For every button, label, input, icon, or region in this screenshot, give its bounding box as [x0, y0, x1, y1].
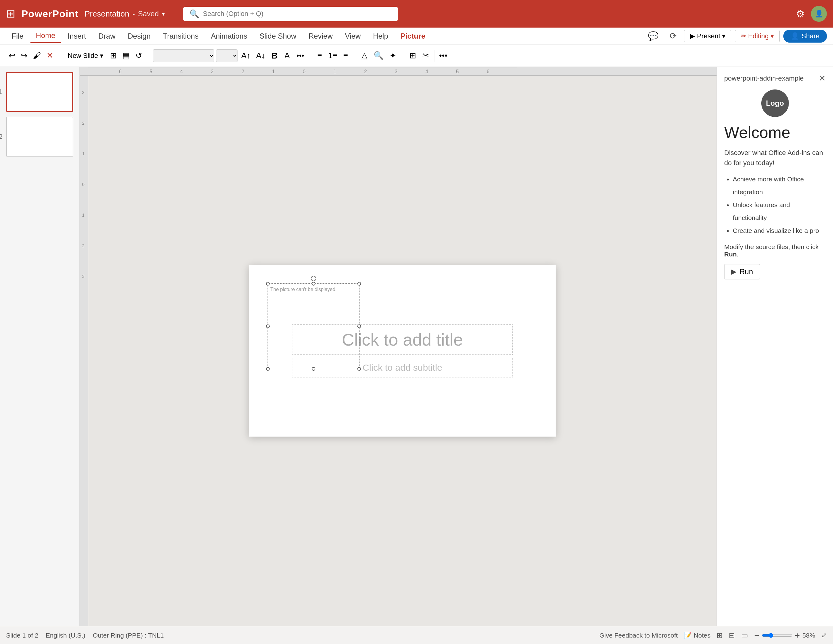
settings-button[interactable]: ⚙: [796, 8, 805, 19]
layout-button[interactable]: ⊞: [108, 50, 119, 62]
undo-button[interactable]: ↩: [6, 50, 18, 62]
menu-bar: File Home Insert Draw Design Transitions…: [0, 27, 833, 45]
slide-panel: 1 2: [0, 67, 80, 626]
handle-bl[interactable]: [266, 367, 270, 371]
menu-item-slideshow[interactable]: Slide Show: [254, 29, 302, 43]
addin-close-button[interactable]: ✕: [819, 73, 826, 84]
svg-text:3: 3: [211, 69, 214, 74]
svg-text:2: 2: [82, 243, 85, 248]
menu-item-home[interactable]: Home: [31, 29, 61, 43]
slide-thumb-1[interactable]: 1: [6, 72, 73, 112]
smart-art-button[interactable]: ✦: [387, 50, 399, 62]
comment-button[interactable]: 💬: [644, 29, 662, 43]
search-input[interactable]: [203, 10, 392, 18]
editing-label: Editing: [748, 32, 769, 40]
addin-feature-list: Achieve more with Office integration Unl…: [724, 173, 826, 237]
menu-item-design[interactable]: Design: [122, 29, 156, 43]
slide-number-1: 1: [0, 88, 2, 96]
fit-button[interactable]: ⤢: [821, 631, 827, 639]
subtitle-placeholder[interactable]: Click to add subtitle: [292, 358, 513, 377]
menu-item-help[interactable]: Help: [367, 29, 394, 43]
bullets-button[interactable]: ≡: [315, 50, 325, 62]
zoom-out-button[interactable]: −: [754, 631, 759, 640]
more-text-button[interactable]: •••: [294, 50, 307, 61]
font-size-select[interactable]: [216, 49, 238, 62]
menu-item-picture[interactable]: Picture: [395, 29, 431, 43]
profile-avatar[interactable]: 👤: [811, 6, 827, 22]
doc-title-dropdown-icon[interactable]: ▾: [162, 10, 165, 18]
svg-text:4: 4: [180, 69, 183, 74]
title-placeholder[interactable]: Click to add title: [292, 324, 513, 355]
arrange-group: ⊞ ✂: [404, 50, 435, 62]
svg-text:0: 0: [303, 69, 306, 74]
notes-button[interactable]: 📝 Notes: [684, 632, 711, 639]
menu-item-draw[interactable]: Draw: [93, 29, 121, 43]
reset-button[interactable]: ↺: [133, 50, 145, 62]
font-name-select[interactable]: [153, 49, 214, 62]
normal-view-button[interactable]: ⊞: [717, 631, 723, 640]
undo-group: ↩ ↪ 🖌 ✕: [6, 50, 59, 62]
slide-thumb-2[interactable]: 2: [6, 117, 73, 157]
handle-ml[interactable]: [266, 324, 270, 328]
app-grid-icon[interactable]: ⊞: [6, 7, 15, 20]
zoom-in-button[interactable]: +: [795, 631, 800, 640]
reading-view-button[interactable]: ▭: [741, 631, 748, 640]
slide[interactable]: The picture can't be displayed. Click to…: [249, 265, 556, 437]
slide-number-2: 2: [0, 133, 2, 141]
bold-button[interactable]: B: [269, 50, 280, 62]
font-color-button[interactable]: A: [282, 50, 292, 62]
search-icon: 🔍: [190, 9, 199, 19]
shapes-button[interactable]: △: [359, 50, 370, 62]
clear-format-button[interactable]: ✕: [44, 50, 56, 62]
zoom-level: 58%: [802, 632, 815, 639]
replay-button[interactable]: ⟳: [666, 29, 680, 43]
new-slide-dropdown-icon: ▾: [100, 52, 103, 60]
ribbon: File Home Insert Draw Design Transitions…: [0, 27, 833, 67]
menu-item-file[interactable]: File: [6, 29, 29, 43]
handle-tm[interactable]: [312, 282, 315, 286]
addin-panel: powerpoint-addin-example ✕ Logo Welcome …: [717, 67, 833, 626]
grid-view-button[interactable]: ⊟: [729, 631, 735, 640]
feature-item-3: Create and visualize like a pro: [733, 224, 826, 237]
rotate-handle[interactable]: [311, 276, 316, 281]
new-slide-button[interactable]: New Slide ▾: [64, 50, 107, 62]
slide-group: New Slide ▾ ⊞ ▤ ↺: [61, 50, 148, 62]
svg-text:2: 2: [364, 69, 367, 74]
svg-text:4: 4: [425, 69, 428, 74]
font-increase-button[interactable]: A↑: [240, 50, 252, 62]
slide-canvas-area: 6 5 4 3 2 1 0 1 2 3 4 5 6 3 2 1: [80, 67, 717, 626]
feedback-button[interactable]: Give Feedback to Microsoft: [600, 632, 678, 639]
handle-tr[interactable]: [357, 282, 361, 286]
run-button[interactable]: ▶ Run: [724, 264, 760, 279]
svg-text:2: 2: [82, 121, 85, 125]
find-button[interactable]: 🔍: [371, 50, 386, 62]
menu-item-view[interactable]: View: [339, 29, 366, 43]
present-button[interactable]: ▶ Present ▾: [684, 30, 731, 42]
share-button[interactable]: 👤 Share: [783, 30, 827, 43]
menu-item-transitions[interactable]: Transitions: [157, 29, 204, 43]
editing-button[interactable]: ✏ Editing ▾: [735, 30, 780, 42]
arrange-button[interactable]: ⊞: [407, 50, 419, 62]
format-painter-button[interactable]: 🖌: [31, 50, 43, 62]
addin-welcome-heading: Welcome: [724, 123, 826, 141]
menu-item-insert[interactable]: Insert: [62, 29, 92, 43]
handle-tl[interactable]: [266, 282, 270, 286]
addin-header: powerpoint-addin-example ✕: [724, 73, 826, 84]
overflow-button[interactable]: •••: [437, 50, 450, 62]
menu-item-review[interactable]: Review: [303, 29, 338, 43]
font-group: A↑ A↓ B A •••: [150, 49, 310, 62]
toolbar-row: ↩ ↪ 🖌 ✕ New Slide ▾ ⊞ ▤ ↺ A↑ A↓ B A ••• …: [0, 45, 833, 67]
numbering-button[interactable]: 1≡: [326, 50, 340, 62]
titlebar: ⊞ PowerPoint Presentation - Saved ▾ 🔍 ⚙ …: [0, 0, 833, 27]
section-button[interactable]: ▤: [120, 50, 132, 62]
new-slide-label: New Slide: [68, 52, 98, 60]
zoom-slider[interactable]: [762, 633, 793, 638]
redo-button[interactable]: ↪: [18, 50, 30, 62]
font-decrease-button[interactable]: A↓: [254, 50, 267, 62]
vertical-ruler: 3 2 1 0 1 2 3: [80, 75, 88, 626]
menu-item-animations[interactable]: Animations: [205, 29, 253, 43]
run-label: Run: [740, 267, 753, 276]
crop-button[interactable]: ✂: [420, 50, 431, 62]
align-button[interactable]: ≡: [341, 50, 350, 62]
svg-text:5: 5: [456, 69, 459, 74]
